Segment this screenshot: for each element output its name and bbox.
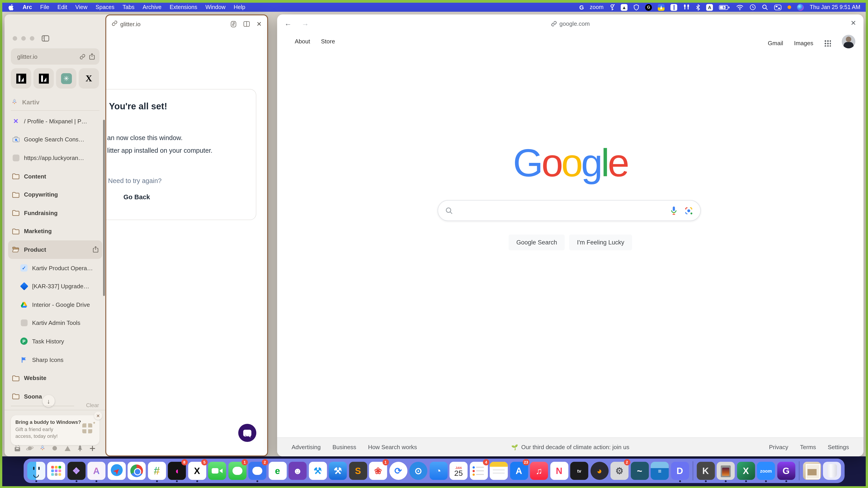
store-link[interactable]: Store bbox=[321, 38, 335, 45]
profile-avatar[interactable] bbox=[842, 35, 855, 48]
key-icon[interactable] bbox=[610, 4, 615, 11]
menu-help[interactable]: Help bbox=[234, 4, 245, 10]
sidebar-item-kar-337-upgrade[interactable]: [KAR-337] Upgrade… bbox=[8, 277, 102, 295]
dock-item-downloads-stack[interactable] bbox=[803, 460, 821, 482]
dock-item-messages[interactable]: 1 bbox=[228, 460, 247, 482]
voice-search-icon[interactable] bbox=[671, 206, 677, 215]
about-link[interactable]: About bbox=[295, 38, 310, 45]
dock-item-zoom[interactable]: zoom bbox=[757, 460, 775, 482]
dock-item-system-settings[interactable]: ⚙2 bbox=[610, 460, 629, 482]
dock-item-apple-tv[interactable]: tv bbox=[570, 460, 589, 482]
menu-archive[interactable]: Archive bbox=[143, 4, 161, 10]
new-space-plus-icon[interactable] bbox=[88, 444, 97, 453]
lens-search-icon[interactable] bbox=[684, 206, 693, 215]
sidebar-folder-marketing[interactable]: Marketing bbox=[8, 222, 102, 240]
dock-item-apple-news[interactable]: N bbox=[550, 460, 568, 482]
climate-note-link[interactable]: Our third decade of climate action: join… bbox=[521, 444, 629, 451]
dock-item-calendar[interactable]: JAN25 bbox=[450, 460, 468, 482]
google-search-bar[interactable] bbox=[438, 200, 701, 221]
feeling-lucky-button[interactable]: I'm Feeling Lucky bbox=[569, 234, 632, 250]
dock-item-app-store[interactable]: A23 bbox=[510, 460, 528, 482]
siri-icon[interactable] bbox=[797, 4, 804, 11]
dock-item-safari[interactable]: ➤ bbox=[107, 460, 126, 482]
menu-tabs[interactable]: Tabs bbox=[123, 4, 134, 10]
dock-item-launchpad[interactable] bbox=[47, 460, 66, 482]
rocket-space-icon[interactable] bbox=[38, 444, 47, 453]
dock-item-firefox[interactable]: ◕ bbox=[590, 460, 609, 482]
sidebar-folder-copywriting[interactable]: Copywriting bbox=[8, 186, 102, 204]
footer-link-terms[interactable]: Terms bbox=[800, 444, 816, 451]
close-pane-icon[interactable]: ✕ bbox=[256, 20, 262, 28]
dock-item-arc-browser[interactable]: A bbox=[87, 460, 106, 482]
dock-item-discord[interactable]: D bbox=[671, 460, 689, 482]
split-view-icon[interactable] bbox=[243, 21, 250, 27]
menu-spaces[interactable]: Spaces bbox=[96, 4, 114, 10]
dock-item-sync-app[interactable]: ⟳ bbox=[389, 460, 408, 482]
dock-item-file-manager[interactable]: ≡ bbox=[651, 460, 669, 482]
sidebar-item-kartiv-admin-tools[interactable]: Kartiv Admin Tools bbox=[8, 314, 102, 332]
sidebar-item-interior-google-drive[interactable]: Interior - Google Drive bbox=[8, 295, 102, 314]
menu-datetime[interactable]: Thu Jan 25 9:51 AM bbox=[810, 4, 860, 10]
promo-card[interactable]: Bring a buddy to Windows? Gift a friend … bbox=[11, 415, 99, 445]
dock-item-photos[interactable]: ❀1 bbox=[369, 460, 388, 482]
go-back-button[interactable]: Go Back bbox=[123, 193, 150, 201]
dock-item-onepassword[interactable]: ⊙ bbox=[409, 460, 428, 482]
dock-item-apple-developer[interactable]: ⚒ bbox=[309, 460, 327, 482]
google-search-button[interactable]: Google Search bbox=[508, 234, 565, 250]
control-center-icon[interactable] bbox=[774, 4, 782, 11]
sidebar-folder-fundraising[interactable]: Fundraising bbox=[8, 204, 102, 222]
copy-link-icon[interactable] bbox=[80, 54, 86, 59]
chat-widget-button[interactable]: ◡ bbox=[238, 424, 256, 442]
dock-item-keychain-access[interactable]: K bbox=[696, 460, 715, 482]
gmail-link[interactable]: Gmail bbox=[768, 40, 783, 46]
menu-file[interactable]: File bbox=[40, 4, 49, 10]
folder-share-icon[interactable] bbox=[93, 247, 98, 253]
dock-item-reminders[interactable]: 4 bbox=[469, 460, 488, 482]
archive-box-icon[interactable] bbox=[13, 444, 22, 453]
tree-space-icon[interactable] bbox=[75, 444, 85, 453]
dock-item-excel[interactable]: X bbox=[737, 460, 755, 482]
bluetooth-icon[interactable] bbox=[696, 4, 700, 11]
dock-item-figma[interactable]: ❖ bbox=[67, 460, 86, 482]
shield-icon[interactable] bbox=[633, 4, 639, 11]
kartiv-tile-2[interactable] bbox=[33, 68, 54, 89]
footer-link-privacy[interactable]: Privacy bbox=[769, 444, 788, 451]
dock-item-x-app[interactable]: X5 bbox=[188, 460, 206, 482]
sidebar-item-google-search-cons[interactable]: Google Search Cons… bbox=[8, 130, 102, 149]
airpods-icon[interactable] bbox=[683, 4, 690, 11]
window-manager-icon[interactable] bbox=[671, 4, 677, 11]
sidebar-item-task-history[interactable]: PTask History bbox=[8, 332, 102, 350]
grammarly-icon[interactable]: G bbox=[579, 4, 584, 11]
sidebar-folder-content[interactable]: Content bbox=[8, 167, 102, 186]
dock-item-signal[interactable]: 2 bbox=[248, 460, 267, 482]
dock-item-glitter-app[interactable]: G bbox=[777, 460, 796, 482]
footer-link-advertising[interactable]: Advertising bbox=[291, 444, 321, 451]
flag-pen-icon[interactable] bbox=[658, 4, 664, 11]
dock-item-framer-app[interactable]: ◖8 bbox=[168, 460, 186, 482]
dock-item-mysql-workbench[interactable]: ~ bbox=[630, 460, 649, 482]
dock-item-chrome[interactable] bbox=[127, 460, 146, 482]
traffic-lights[interactable] bbox=[13, 36, 34, 41]
dock-item-trash[interactable] bbox=[823, 460, 841, 482]
scroll-to-bottom-button[interactable]: ↓ bbox=[42, 395, 55, 407]
triangle-app-icon[interactable]: ▲ bbox=[621, 4, 627, 11]
menu-window[interactable]: Window bbox=[206, 4, 225, 10]
footer-link-settings[interactable]: Settings bbox=[828, 444, 849, 451]
logitech-g-icon[interactable]: G bbox=[645, 4, 652, 11]
sidebar-url-bar[interactable]: glitter.io bbox=[11, 48, 99, 65]
triangle-space-icon[interactable] bbox=[63, 444, 72, 453]
dock-item-xcode[interactable]: ⚒ bbox=[329, 460, 347, 482]
footer-link-how-search-works[interactable]: How Search works bbox=[368, 444, 417, 451]
share-icon[interactable] bbox=[89, 53, 95, 60]
dock-item-slack[interactable]: # bbox=[148, 460, 166, 482]
x-tile[interactable]: X bbox=[79, 68, 99, 89]
close-window-icon[interactable]: ✕ bbox=[850, 19, 856, 27]
menu-view[interactable]: View bbox=[75, 4, 88, 10]
pane-tab-title[interactable]: glitter.io bbox=[120, 21, 141, 27]
dock-item-evernote[interactable]: e bbox=[268, 460, 287, 482]
input-source-icon[interactable]: A bbox=[706, 4, 713, 11]
space-header[interactable]: Kartiv bbox=[11, 98, 39, 106]
zoom-menu-label[interactable]: zoom bbox=[590, 4, 603, 11]
dot-space-icon[interactable] bbox=[51, 444, 59, 453]
footer-link-business[interactable]: Business bbox=[333, 444, 356, 451]
